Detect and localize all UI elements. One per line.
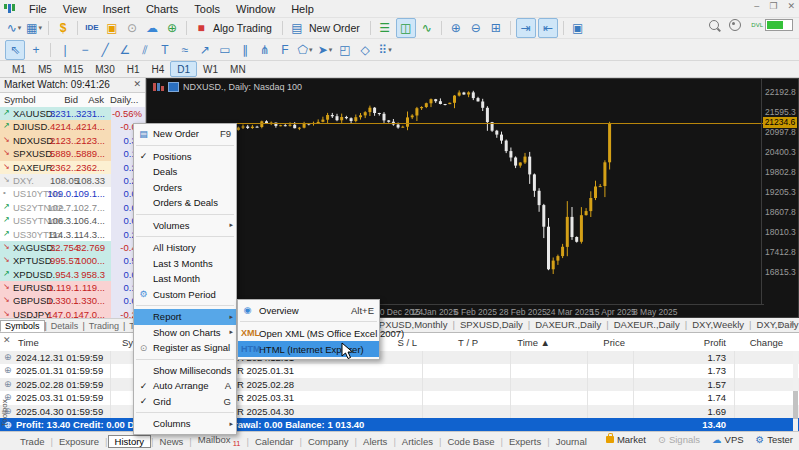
menu-item-new-order[interactable]: ▤New OrderF9 <box>134 126 236 142</box>
menu-item-all-history[interactable]: All History <box>134 240 236 256</box>
market-watch-row[interactable]: ↘USDJPY.147.0...147.0...-0.28 <box>0 308 145 318</box>
pitchfork-icon[interactable]: ⋔ <box>256 41 274 59</box>
menubar-item-charts[interactable]: Charts <box>138 2 186 16</box>
market-watch-row[interactable]: ↘GBPUSD.1.330...1.330...0.03 <box>0 294 145 307</box>
menu-item-columns[interactable]: Columns▸ <box>134 416 236 432</box>
menu-item-report[interactable]: Report▸ <box>134 309 236 325</box>
menubar-item-file[interactable]: File <box>21 2 55 16</box>
history-row[interactable]: ⊕2025.03.31 01:59:59R 2025.03.311.74 <box>0 391 799 404</box>
menubar-item-view[interactable]: View <box>55 2 95 16</box>
parallel-channel-icon[interactable]: ∥ <box>236 41 254 59</box>
status-vps[interactable]: ☁VPS <box>712 434 744 445</box>
window-close-button[interactable]: ✕ <box>787 1 795 11</box>
chart-type-icon[interactable]: ∿▾ <box>5 19 23 37</box>
polyline-icon[interactable]: ≈ <box>176 41 194 59</box>
chart-shift-icon[interactable]: ⇥ <box>516 18 536 38</box>
toolbox-tab-trade[interactable]: Trade <box>14 436 50 447</box>
market-watch-row[interactable]: ↗XAUUSD.3231...3231...-0.56% <box>0 107 145 120</box>
new-chart-icon[interactable]: ▦▾ <box>25 19 43 37</box>
toolbox-tab-calendar[interactable]: Calendar <box>249 436 300 447</box>
market-watch-row[interactable]: ↘XPTUSD.995.571000...0.51 <box>0 254 145 267</box>
toolbox-tab-company[interactable]: Company <box>302 436 355 447</box>
menu-item-show-on-charts[interactable]: Show on Charts▸ <box>134 325 236 341</box>
status-tester[interactable]: ⚙Tester <box>756 434 793 445</box>
market-watch-row[interactable]: ↘DAXEUR.2362...2362...0.21 <box>0 161 145 174</box>
menu-item-show-milliseconds[interactable]: Show Milliseconds <box>134 363 236 379</box>
cursor-tool-icon[interactable]: ⇖ <box>5 40 25 60</box>
market-watch-row[interactable]: ↘SPXUSD.5889...5889...0.13 <box>0 147 145 160</box>
toolbox-tab-code-base[interactable]: Code Base <box>441 436 500 447</box>
timeframe-m1[interactable]: M1 <box>6 62 32 76</box>
algo-trading-icon[interactable]: ■ <box>192 19 210 37</box>
candlestick-chart[interactable] <box>148 86 764 304</box>
column-header-change[interactable]: Change <box>0 337 783 348</box>
menu-item-last-month[interactable]: Last Month <box>134 271 236 287</box>
arrows-group-icon[interactable]: ➤▾ <box>316 41 334 59</box>
tile-windows-icon[interactable]: ⊞ <box>487 19 505 37</box>
screenshot-icon[interactable]: ▣ <box>569 19 587 37</box>
market-watch-row[interactable]: ↘NDXUSD.2123...2123...0.30 <box>0 134 145 147</box>
timeframe-m30[interactable]: M30 <box>89 62 120 76</box>
market-watch-row[interactable]: ↗XPDUSD.954.3958.30.00 <box>0 268 145 281</box>
submenu-item-html-internet-explorer-[interactable]: HTMHTML (Internet Explorer) <box>238 341 379 357</box>
price-axis[interactable]: 21234.6 22192.821595.320997.820400.31980… <box>761 79 798 304</box>
new-order-icon[interactable]: ▤ <box>288 19 306 37</box>
arrow-line-icon[interactable]: ↗ <box>196 41 214 59</box>
chart-tab-1[interactable]: SPXUSD,Daily <box>455 319 528 330</box>
toolbox-tab-alerts[interactable]: Alerts <box>357 436 393 447</box>
status-market[interactable]: Market <box>606 434 646 445</box>
cloud-icon[interactable]: ☁ <box>143 19 161 37</box>
toolbox-tab-articles[interactable]: Articles <box>396 436 439 447</box>
timeframe-h4[interactable]: H4 <box>146 62 171 76</box>
trendline-icon[interactable]: ╱ <box>96 41 114 59</box>
market-globe-icon[interactable]: ⊕ <box>163 19 181 37</box>
timeframe-m5[interactable]: M5 <box>32 62 58 76</box>
objects-list-icon[interactable]: ⠿▾ <box>376 41 394 59</box>
menu-item-register-as-signal[interactable]: ⊙Register as Signal <box>134 340 236 356</box>
timeframe-w1[interactable]: W1 <box>197 62 224 76</box>
submenu-item-overview[interactable]: ◉OverviewAlt+E <box>238 302 379 318</box>
window-restore-button[interactable]: ❐ <box>769 1 777 11</box>
menu-item-orders-deals[interactable]: Orders & Deals <box>134 195 236 211</box>
menu-item-positions[interactable]: ✓Positions <box>134 149 236 165</box>
history-row[interactable]: ⊕2025.02.28 01:59:59R 2025.02.281.57 <box>0 378 799 391</box>
metaeditor-icon[interactable]: IDE <box>83 19 101 37</box>
equidistant-channel-icon[interactable]: ⫽ <box>136 41 154 59</box>
toolbox-tab-experts[interactable]: Experts <box>503 436 547 447</box>
toolbox-tab-journal[interactable]: Journal <box>550 436 593 447</box>
window-minimize-button[interactable]: – <box>754 1 759 11</box>
chart-tab-4[interactable]: DXY,Weekly <box>687 319 749 330</box>
menu-item-deals[interactable]: Deals <box>134 164 236 180</box>
menu-item-auto-arrange[interactable]: ✓Auto ArrangeA <box>134 378 236 394</box>
chart-tab-3[interactable]: DAXEUR.,Daily <box>609 319 685 330</box>
market-watch-row[interactable]: ↘EURUSD.1.119...1.119...0.10 <box>0 281 145 294</box>
menubar-item-help[interactable]: Help <box>283 2 322 16</box>
fibonacci-icon[interactable]: F <box>276 41 294 59</box>
new-chart-tab-button[interactable]: + <box>777 319 783 330</box>
market-watch-row[interactable]: ↗US30YTBo...114.3...114.3...0.22 <box>0 228 145 241</box>
timeframe-h1[interactable]: H1 <box>121 62 146 76</box>
horizontal-line-icon[interactable]: − <box>76 41 94 59</box>
toolbox-tab-mailbox[interactable]: Mailbox 11 <box>192 434 247 448</box>
rectangle-tool-icon[interactable]: ▭ <box>216 41 234 59</box>
status-signals[interactable]: ⊙Signals <box>658 434 700 445</box>
line-chart-icon[interactable]: ∿ <box>418 19 436 37</box>
zoom-in-icon[interactable]: ⊕ <box>447 19 465 37</box>
toolbox-tab-news[interactable]: News <box>154 436 190 447</box>
market-watch-toggle-icon[interactable]: $ <box>54 19 72 37</box>
search-icon[interactable] <box>709 20 719 30</box>
column-header-daily[interactable]: Daily... <box>110 94 138 105</box>
menubar-item-insert[interactable]: Insert <box>94 2 138 16</box>
toolbox-tab-history[interactable]: History <box>108 435 152 448</box>
history-row[interactable]: ⊕2024.12.31 01:59:59R 2024.12.311.73 <box>0 351 799 364</box>
vertical-scrollbar[interactable] <box>793 351 798 431</box>
text-tool-icon[interactable]: T <box>156 41 174 59</box>
diamond-tool-icon[interactable]: ◇ <box>356 41 374 59</box>
market-watch-tab-trading[interactable]: Trading <box>85 321 123 331</box>
market-watch-row[interactable]: •US10YTNo...109.0...109.1...0.09 <box>0 187 145 200</box>
signal-toolbar-icon[interactable]: ⊙ <box>123 19 141 37</box>
market-watch-row[interactable]: ↘XAGUSD.32.75432.769-0.43 <box>0 241 145 254</box>
toolbox-tab-exposure[interactable]: Exposure <box>53 436 105 447</box>
menubar-item-tools[interactable]: Tools <box>186 2 228 16</box>
market-watch-row[interactable]: ↘DXY.108.05108.330.29 <box>0 174 145 187</box>
